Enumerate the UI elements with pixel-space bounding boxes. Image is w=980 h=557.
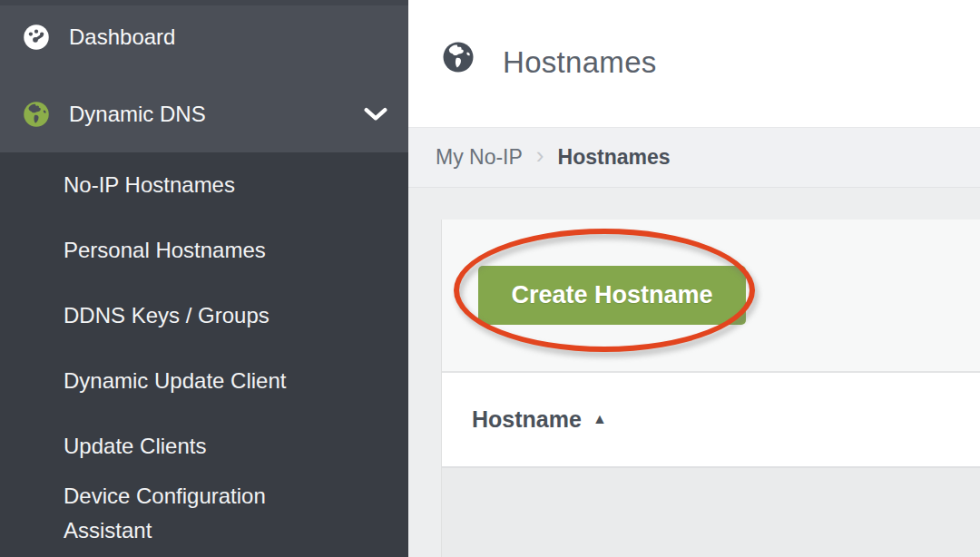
sidebar-item-dashboard[interactable]: Dashboard [0, 12, 408, 63]
page-title: Hostnames [503, 45, 657, 80]
sidebar-subitem-label: DDNS Keys / Groups [64, 298, 270, 333]
sidebar-submenu: No-IP Hostnames Personal Hostnames DDNS … [0, 152, 408, 557]
table-body [442, 468, 980, 557]
sidebar-item-ddns-keys-groups[interactable]: DDNS Keys / Groups [0, 283, 408, 348]
sidebar-item-noip-hostnames[interactable]: No-IP Hostnames [0, 152, 408, 218]
create-hostname-button[interactable]: Create Hostname [478, 266, 746, 325]
sidebar-item-label: Dynamic DNS [69, 102, 206, 127]
table-header-row: Hostname ▲ [442, 373, 980, 468]
sidebar-item-update-clients[interactable]: Update Clients [0, 414, 408, 479]
sort-ascending-icon: ▲ [593, 411, 607, 427]
chevron-down-icon[interactable] [364, 107, 387, 122]
hostnames-panel: Create Hostname Hostname ▲ [442, 220, 980, 557]
breadcrumb-separator-icon: › [536, 142, 544, 170]
column-header-label: Hostname [472, 406, 582, 433]
dashboard-gauge-icon [23, 24, 50, 51]
app-window: Dashboard Dynamic DNS [0, 0, 980, 557]
sidebar-item-dynamic-update-client[interactable]: Dynamic Update Client [0, 348, 408, 414]
panel-toolbar: Create Hostname [442, 220, 980, 373]
sidebar-subitem-label: Personal Hostnames [64, 233, 266, 268]
content-area: Create Hostname Hostname ▲ [408, 188, 980, 557]
globe-icon [23, 101, 50, 128]
sidebar: Dashboard Dynamic DNS [0, 0, 408, 557]
sidebar-subitem-label: Device Configuration Assistant [64, 479, 354, 548]
column-header-hostname[interactable]: Hostname ▲ [472, 406, 607, 433]
breadcrumb: My No-IP › Hostnames [408, 127, 980, 188]
sidebar-item-personal-hostnames[interactable]: Personal Hostnames [0, 218, 408, 283]
sidebar-item-dynamic-dns[interactable]: Dynamic DNS [0, 89, 408, 140]
breadcrumb-current: Hostnames [558, 145, 671, 170]
globe-icon [442, 41, 475, 73]
sidebar-subitem-label: No-IP Hostnames [64, 168, 235, 202]
page-header: Hostnames [408, 0, 980, 127]
sidebar-subitem-label: Dynamic Update Client [64, 364, 286, 398]
sidebar-top-group: Dashboard Dynamic DNS [0, 0, 408, 152]
breadcrumb-root-link[interactable]: My No-IP [436, 145, 523, 170]
sidebar-item-label: Dashboard [69, 24, 175, 50]
sidebar-item-device-configuration-assistant[interactable]: Device Configuration Assistant [0, 479, 408, 548]
main-content: Hostnames My No-IP › Hostnames Create Ho… [408, 0, 980, 557]
sidebar-subitem-label: Update Clients [64, 429, 206, 464]
